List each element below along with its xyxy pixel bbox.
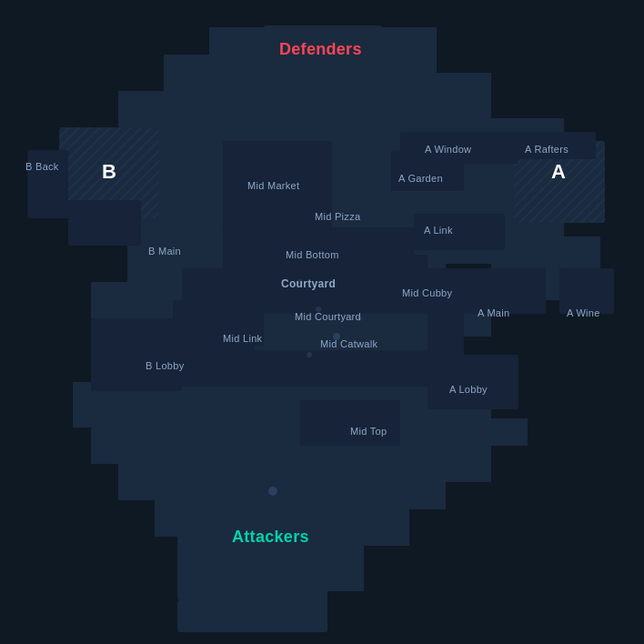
svg-rect-21	[414, 214, 505, 250]
svg-rect-24	[428, 355, 518, 409]
svg-rect-17	[91, 318, 182, 391]
svg-rect-22	[446, 268, 546, 314]
svg-rect-23	[559, 268, 614, 314]
svg-rect-2	[264, 25, 382, 75]
svg-rect-10	[236, 582, 327, 632]
map-container: Defenders Attackers B A B Back B Main B …	[0, 0, 644, 644]
svg-point-31	[316, 307, 321, 312]
svg-rect-20	[514, 132, 596, 159]
svg-rect-25	[173, 300, 264, 346]
svg-rect-16	[68, 200, 141, 246]
svg-point-30	[297, 279, 303, 285]
svg-point-33	[307, 352, 312, 357]
svg-point-32	[357, 316, 362, 321]
svg-rect-14	[255, 314, 428, 350]
svg-rect-19	[391, 150, 464, 191]
svg-point-29	[333, 333, 340, 340]
svg-rect-27	[300, 400, 400, 446]
svg-point-28	[268, 487, 277, 496]
svg-rect-26	[355, 255, 428, 300]
svg-rect-15	[27, 150, 68, 218]
